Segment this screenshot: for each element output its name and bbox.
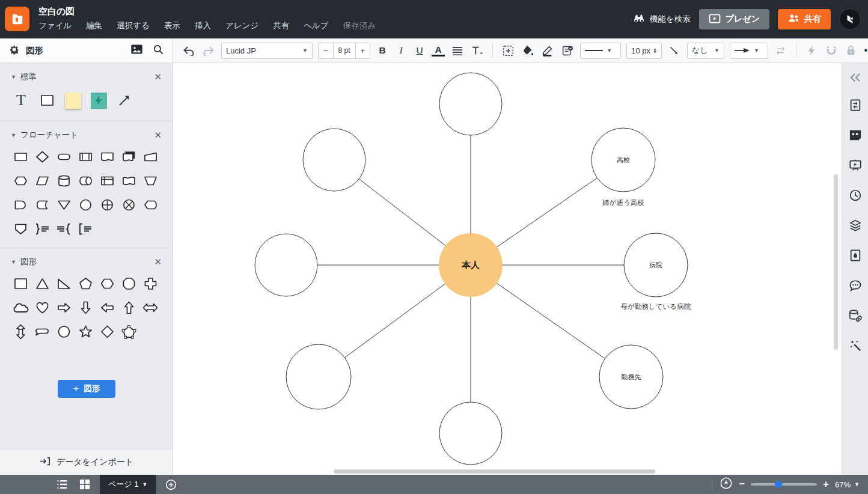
shape-document[interactable] [96, 148, 118, 166]
line-endpoint-start-select[interactable]: なし ▼ [687, 43, 724, 59]
fill-color-icon[interactable] [521, 43, 535, 58]
fit-to-screen-icon[interactable] [720, 477, 733, 492]
shape-bracket-note[interactable] [75, 220, 96, 238]
diagram-node-empty-6[interactable] [286, 344, 351, 409]
shape-star[interactable] [75, 323, 96, 341]
swap-endpoints-icon[interactable] [774, 43, 788, 58]
shape-callout[interactable] [31, 323, 53, 341]
italic-button[interactable]: I [394, 45, 408, 56]
shape-brace-right[interactable] [31, 220, 53, 238]
font-family-select[interactable]: Lucid JP ▼ [221, 43, 313, 59]
shape-data[interactable] [31, 172, 53, 190]
diagram-node-center[interactable]: 本人 [439, 233, 503, 297]
menu-item-8[interactable]: ヘルプ [304, 20, 328, 31]
zoom-level-select[interactable]: 67% ▼ [835, 480, 860, 489]
shape-rectangle[interactable] [37, 91, 57, 110]
data-linking-icon[interactable] [846, 306, 865, 325]
line-style-select[interactable]: ▼ [580, 43, 621, 59]
shape-pentagon[interactable] [75, 275, 96, 293]
magic-wand-icon[interactable] [846, 336, 865, 355]
shape-arrow-right[interactable] [53, 299, 75, 317]
layers-icon[interactable] [846, 216, 865, 235]
shape-direct-access-storage[interactable] [75, 172, 96, 190]
menu-item-5[interactable]: 挿入 [195, 20, 211, 31]
line-color-icon[interactable] [540, 43, 555, 58]
lucid-account-avatar[interactable] [839, 8, 861, 30]
shape-rectangle[interactable] [10, 275, 31, 293]
shape-right-triangle[interactable] [53, 275, 75, 293]
diagram-caption[interactable]: 母が勤務している病院 [621, 303, 691, 310]
shape-database[interactable] [53, 172, 75, 190]
shape-heart[interactable] [31, 299, 53, 317]
text-color-button[interactable]: A [432, 44, 445, 56]
shape-sticky-note[interactable] [63, 91, 83, 110]
menu-item-7[interactable]: 共有 [273, 20, 289, 31]
shape-display[interactable] [139, 196, 161, 214]
collapse-triangle-icon[interactable]: ▼ [11, 259, 16, 265]
shape-diamond[interactable] [96, 323, 118, 341]
manage-shapes-gear-icon[interactable] [8, 44, 20, 58]
shape-octagon[interactable] [118, 275, 139, 293]
feature-search-button[interactable]: 機能を検索 [633, 14, 691, 25]
shape-manual-input[interactable] [139, 148, 161, 166]
notes-icon[interactable] [846, 126, 865, 145]
zoom-slider-knob[interactable] [775, 481, 782, 488]
import-data-button[interactable]: データをインポート [0, 449, 173, 475]
shape-arrow-up-down[interactable] [10, 323, 31, 341]
diagram-node-empty-1[interactable] [439, 73, 502, 135]
lock-icon[interactable] [844, 43, 858, 58]
shape-decision[interactable] [31, 148, 53, 166]
diagram-node-empty-8[interactable] [439, 402, 502, 465]
close-section-icon[interactable]: ✕ [154, 257, 162, 267]
bold-button[interactable]: B [376, 45, 389, 56]
shape-manual-operation[interactable] [139, 172, 161, 190]
image-library-icon[interactable] [130, 44, 143, 57]
shape-smart-shape[interactable] [88, 91, 109, 110]
shape-arrow-down[interactable] [75, 299, 96, 317]
menu-item-1[interactable]: ファイル [38, 20, 72, 31]
shape-stored-data[interactable] [31, 196, 53, 214]
shape-or-junction[interactable] [96, 196, 118, 214]
collapse-triangle-icon[interactable]: ▼ [11, 74, 16, 80]
menu-item-4[interactable]: 表示 [164, 20, 180, 31]
add-page-icon[interactable] [162, 475, 180, 494]
diagram-node-勤務先[interactable]: 勤務先 [599, 345, 663, 409]
zoom-in-button[interactable]: + [823, 478, 829, 490]
shape-process[interactable] [10, 148, 31, 166]
shape-multi-document[interactable] [118, 148, 139, 166]
line-width-stepper[interactable]: 10 px ▲▼ [626, 43, 662, 59]
more-options-icon[interactable]: ••• [864, 43, 868, 58]
collapse-panel-icon[interactable] [846, 68, 865, 87]
shape-text[interactable]: T [11, 91, 31, 110]
page-tab[interactable]: ページ 1 ▼ [100, 475, 156, 494]
shape-preparation[interactable] [10, 172, 31, 190]
shape-internal-storage[interactable] [96, 172, 118, 190]
search-shapes-icon[interactable] [153, 44, 164, 58]
shape-arrow-left-right[interactable] [139, 299, 161, 317]
shape-hexagon[interactable] [96, 275, 118, 293]
drawing-canvas[interactable]: 高校姉が通う高校病院母が勤務している病院勤務先本人 [173, 63, 842, 475]
redo-icon[interactable] [201, 43, 216, 58]
shape-delay[interactable] [10, 196, 31, 214]
comments-icon[interactable] [846, 276, 865, 295]
lucidchart-document-icon[interactable] [5, 7, 29, 31]
shape-circle[interactable] [53, 323, 75, 341]
shape-triangle[interactable] [31, 275, 53, 293]
diagram-caption[interactable]: 姉が通う高校 [602, 199, 644, 207]
menu-item-6[interactable]: アレンジ [225, 20, 258, 31]
line-diagonal-icon[interactable] [667, 43, 682, 58]
underline-button[interactable]: U [413, 45, 426, 56]
text-style-options-icon[interactable] [470, 43, 484, 58]
shape-connector[interactable] [75, 196, 96, 214]
quick-actions-icon[interactable] [804, 43, 819, 58]
document-transfer-icon[interactable] [846, 96, 865, 115]
share-button[interactable]: 共有 [778, 9, 831, 29]
font-size-value[interactable]: 8 pt [333, 43, 356, 58]
font-size-increase[interactable]: + [356, 43, 370, 58]
page-tiles-icon[interactable] [76, 475, 94, 494]
history-icon[interactable] [846, 186, 865, 205]
shape-summing-junction[interactable] [118, 196, 139, 214]
zoom-out-button[interactable]: − [739, 478, 745, 490]
page-list-icon[interactable] [53, 475, 71, 494]
canvas-vertical-scrollbar[interactable] [834, 174, 838, 350]
